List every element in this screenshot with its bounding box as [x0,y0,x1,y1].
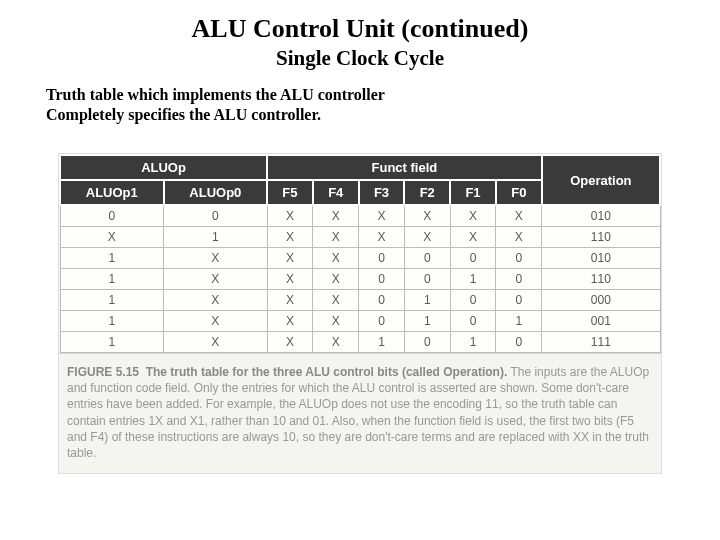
cell-operation: 010 [542,205,660,227]
cell: 0 [404,269,450,290]
table-row: 1 X X X 1 0 1 0 111 [60,332,660,353]
figure-wrapper: ALUOp Funct field Operation ALUOp1 ALUOp… [58,153,662,474]
cell: X [164,248,268,269]
description-line-2: Completely specifies the ALU controller. [46,105,680,125]
cell: X [267,248,313,269]
cell: 1 [60,248,164,269]
cell: X [164,290,268,311]
cell-operation: 111 [542,332,660,353]
cell: 1 [404,311,450,332]
cell: 0 [404,248,450,269]
cell: 0 [359,290,405,311]
cell: X [496,227,542,248]
th-f0: F0 [496,180,542,205]
cell: X [164,332,268,353]
cell: X [450,205,496,227]
cell: 0 [404,332,450,353]
cell: 1 [60,290,164,311]
cell: X [313,269,359,290]
cell: 1 [496,311,542,332]
th-group-operation: Operation [542,155,660,205]
cell: 1 [60,269,164,290]
table-row: 1 X X X 0 1 0 0 000 [60,290,660,311]
table-row: 1 X X X 0 1 0 1 001 [60,311,660,332]
cell: 0 [359,311,405,332]
th-f3: F3 [359,180,405,205]
cell: X [359,205,405,227]
cell: X [359,227,405,248]
cell: X [313,248,359,269]
th-f2: F2 [404,180,450,205]
cell: 0 [450,248,496,269]
table-row: X 1 X X X X X X 110 [60,227,660,248]
cell: 1 [450,332,496,353]
cell: X [267,227,313,248]
cell: X [313,311,359,332]
figure-title: The truth table for the three ALU contro… [146,365,508,379]
description-line-1: Truth table which implements the ALU con… [46,85,680,105]
cell: 0 [60,205,164,227]
cell: X [313,205,359,227]
cell: X [267,290,313,311]
figure-caption-body: The inputs are the ALUOp and function co… [67,365,649,460]
truth-table: ALUOp Funct field Operation ALUOp1 ALUOp… [59,154,661,353]
th-group-aluop: ALUOp [60,155,267,180]
cell: X [267,205,313,227]
cell: 0 [450,290,496,311]
cell: 0 [496,269,542,290]
th-f4: F4 [313,180,359,205]
page-subtitle: Single Clock Cycle [40,46,680,71]
page-title: ALU Control Unit (continued) [40,14,680,44]
description-block: Truth table which implements the ALU con… [46,85,680,125]
cell: X [496,205,542,227]
cell: 1 [60,332,164,353]
cell: X [313,332,359,353]
cell: 0 [450,311,496,332]
cell: X [164,269,268,290]
th-aluop0: ALUOp0 [164,180,268,205]
cell: X [313,290,359,311]
table-row: 1 X X X 0 0 0 0 010 [60,248,660,269]
th-f1: F1 [450,180,496,205]
cell-operation: 001 [542,311,660,332]
cell: 0 [359,269,405,290]
cell: 1 [404,290,450,311]
cell: 0 [496,290,542,311]
cell: X [404,227,450,248]
table-row: 0 0 X X X X X X 010 [60,205,660,227]
cell: 0 [164,205,268,227]
cell: X [267,311,313,332]
cell: 0 [359,248,405,269]
cell: X [267,269,313,290]
cell: X [164,311,268,332]
cell-operation: 000 [542,290,660,311]
cell: 0 [496,332,542,353]
cell: X [60,227,164,248]
cell: 1 [359,332,405,353]
cell: X [267,332,313,353]
th-group-funct: Funct field [267,155,542,180]
cell: 1 [164,227,268,248]
th-f5: F5 [267,180,313,205]
th-aluop1: ALUOp1 [60,180,164,205]
table-row: 1 X X X 0 0 1 0 110 [60,269,660,290]
figure-caption: FIGURE 5.15 The truth table for the thre… [59,353,661,473]
cell: 1 [60,311,164,332]
cell-operation: 010 [542,248,660,269]
figure-number: FIGURE 5.15 [67,365,139,379]
cell-operation: 110 [542,269,660,290]
cell: 0 [496,248,542,269]
cell: 1 [450,269,496,290]
cell-operation: 110 [542,227,660,248]
cell: X [450,227,496,248]
cell: X [313,227,359,248]
cell: X [404,205,450,227]
